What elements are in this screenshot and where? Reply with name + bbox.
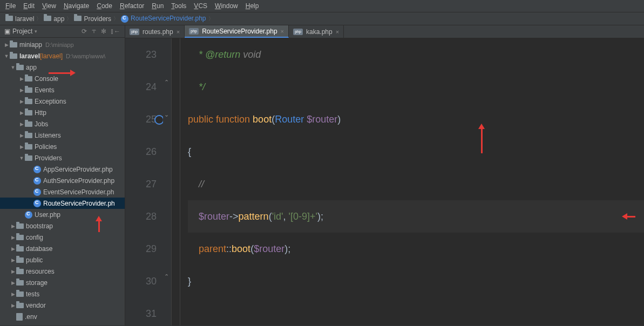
line-number: 29 — [125, 233, 157, 265]
tree-item-database[interactable]: ▶database — [0, 243, 125, 254]
gear-icon[interactable]: ✻ — [101, 28, 106, 35]
hide-icon[interactable]: ⫿← — [111, 28, 120, 35]
php-file-icon: php — [189, 28, 199, 35]
code-line-28[interactable]: $router->pattern('id', '[0-9]+'); — [188, 200, 644, 233]
tree-item-listeners[interactable]: ▶Listeners — [0, 130, 125, 141]
line-number: 27 — [125, 168, 157, 200]
code-line-23[interactable]: * @return void — [188, 38, 644, 71]
fold-end-icon[interactable]: ⌃ — [164, 273, 169, 280]
code-line-27[interactable]: // — [188, 168, 644, 200]
collapse-icon[interactable]: ⥾ — [91, 28, 97, 35]
editor-body[interactable]: 232425262728293031 ⌃ ⌄ ⌃ * @return void … — [125, 38, 644, 325]
close-tab-icon[interactable]: × — [336, 29, 339, 35]
php-file-icon: php — [130, 29, 139, 35]
sync-icon[interactable]: ⟳ — [82, 28, 87, 35]
tree-item-console[interactable]: ▶Console — [0, 73, 125, 84]
menu-help[interactable]: Help — [246, 2, 259, 10]
line-gutter: 232425262728293031 — [125, 38, 163, 325]
tree-item-tests[interactable]: ▶tests — [0, 288, 125, 300]
menu-file[interactable]: File — [5, 2, 16, 10]
menu-view[interactable]: View — [42, 2, 56, 10]
tree-item-public[interactable]: ▶public — [0, 254, 125, 266]
project-tool-icon: ▣ — [4, 28, 10, 35]
php-file-icon: php — [293, 29, 303, 35]
menubar: FileEditViewNavigateCodeRefactorRunTools… — [0, 0, 644, 12]
code-line-29[interactable]: parent::boot($router); — [188, 233, 644, 265]
project-tree: ▶miniappD:\miniapp▼laravel [larvael]D:\w… — [0, 38, 125, 325]
editor-area: phproutes.php×phpRouteServiceProvider.ph… — [125, 25, 644, 325]
line-number: 23 — [125, 38, 157, 71]
tree-item-policies[interactable]: ▶Policies — [0, 141, 125, 152]
tree-item-miniapp[interactable]: ▶miniappD:\miniapp — [0, 39, 125, 50]
line-number: 30 — [125, 265, 157, 297]
breadcrumb-item[interactable]: Providers — [74, 15, 111, 23]
project-sidebar: ▣ Project ▾ ⟳ ⥾ ✻ ⫿← ▶miniappD:\miniapp▼… — [0, 25, 125, 325]
breadcrumb-item[interactable]: RouteServiceProvider.php — [121, 15, 206, 23]
menu-edit[interactable]: Edit — [23, 2, 35, 10]
tree-item-user-php[interactable]: User.php — [0, 209, 125, 220]
breadcrumb-separator — [36, 15, 42, 23]
menu-vcs[interactable]: VCS — [194, 2, 207, 10]
tree-item-app[interactable]: ▼app — [0, 62, 125, 73]
line-number: 31 — [125, 297, 157, 325]
code-line-25[interactable]: public function boot(Router $router) — [188, 103, 644, 135]
tree-item-storage[interactable]: ▶storage — [0, 277, 125, 288]
dropdown-icon[interactable]: ▾ — [35, 29, 37, 34]
breadcrumb: laravelappProvidersRouteServiceProvider.… — [0, 12, 644, 25]
code-line-31[interactable] — [188, 297, 644, 325]
tree-item-bootstrap[interactable]: ▶bootstrap — [0, 220, 125, 232]
code-line-24[interactable]: */ — [188, 71, 644, 103]
code-line-26[interactable]: { — [188, 135, 644, 168]
menu-window[interactable]: Window — [215, 2, 238, 10]
line-number: 26 — [125, 135, 157, 168]
tree-item-providers[interactable]: ▼Providers — [0, 152, 125, 164]
tree-item-jobs[interactable]: ▶Jobs — [0, 118, 125, 130]
sidebar-header: ▣ Project ▾ ⟳ ⥾ ✻ ⫿← — [0, 25, 125, 38]
tree-item-eventserviceprovider-ph[interactable]: EventServiceProvider.ph — [0, 186, 125, 198]
line-number: 25 — [125, 103, 157, 135]
main-area: ▣ Project ▾ ⟳ ⥾ ✻ ⫿← ▶miniappD:\miniapp▼… — [0, 25, 644, 325]
line-number: 28 — [125, 200, 157, 233]
menu-code[interactable]: Code — [97, 2, 112, 10]
close-tab-icon[interactable]: × — [177, 29, 180, 35]
breadcrumb-separator — [113, 15, 119, 23]
tree-item-events[interactable]: ▶Events — [0, 84, 125, 96]
line-number: 24 — [125, 71, 157, 103]
code-line-30[interactable]: } — [188, 265, 644, 297]
tree-item-authserviceprovider-php[interactable]: AuthServiceProvider.php — [0, 175, 125, 186]
menu-tools[interactable]: Tools — [171, 2, 186, 10]
tree-item-appserviceprovider-php[interactable]: AppServiceProvider.php — [0, 164, 125, 175]
sidebar-title[interactable]: Project — [12, 28, 32, 35]
menu-refactor[interactable]: Refactor — [120, 2, 144, 10]
breadcrumb-separator — [66, 15, 72, 23]
tree-item-exceptions[interactable]: ▶Exceptions — [0, 96, 125, 107]
editor-tabs: phproutes.php×phpRouteServiceProvider.ph… — [125, 25, 644, 38]
tree-item-vendor[interactable]: ▶vendor — [0, 300, 125, 311]
tab-routeserviceprovider-php[interactable]: phpRouteServiceProvider.php× — [185, 25, 289, 38]
tree-item-resources[interactable]: ▶resources — [0, 266, 125, 277]
tree-item-routeserviceprovider-ph[interactable]: RouteServiceProvider.ph — [0, 198, 125, 209]
menu-navigate[interactable]: Navigate — [64, 2, 89, 10]
tree-item--env[interactable]: .env — [0, 311, 125, 322]
menu-run[interactable]: Run — [152, 2, 164, 10]
fold-start-icon[interactable]: ⌄ — [164, 111, 169, 118]
breadcrumb-item[interactable]: laravel — [5, 15, 34, 23]
close-tab-icon[interactable]: × — [281, 28, 284, 35]
tree-item-config[interactable]: ▶config — [0, 232, 125, 243]
fold-gutter: ⌃ ⌄ ⌃ — [163, 38, 172, 325]
tab-routes-php[interactable]: phproutes.php× — [125, 25, 185, 38]
fold-end-icon[interactable]: ⌃ — [164, 79, 169, 86]
tree-item-laravel[interactable]: ▼laravel [larvael]D:\wamp\www\ — [0, 50, 125, 62]
tree-item-http[interactable]: ▶Http — [0, 107, 125, 118]
breadcrumb-item[interactable]: app — [44, 15, 64, 23]
code-content[interactable]: * @return void */public function boot(Ro… — [172, 38, 644, 325]
tab-kaka-php[interactable]: phpkaka.php× — [289, 25, 344, 38]
